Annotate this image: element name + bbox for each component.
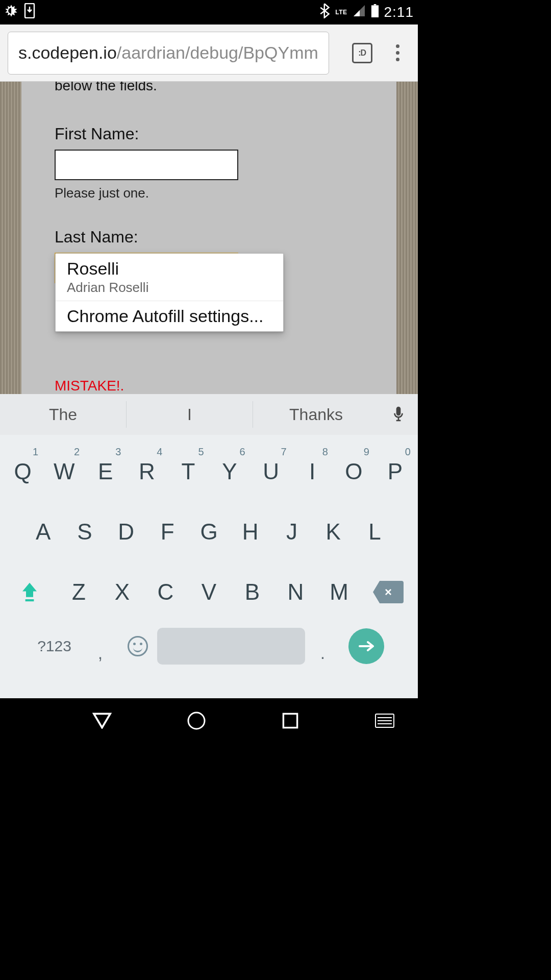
comma-key[interactable]: ,: [83, 630, 118, 663]
period-key[interactable]: .: [305, 630, 341, 663]
autofill-settings-link[interactable]: Chrome Autofill settings...: [56, 301, 283, 331]
space-key[interactable]: [157, 628, 305, 665]
svg-rect-1: [373, 4, 376, 5]
tab-switcher-button[interactable]: :D: [349, 39, 375, 67]
home-icon: [186, 710, 207, 731]
key-c[interactable]: C: [144, 567, 187, 618]
key-v[interactable]: V: [187, 567, 231, 618]
key-o[interactable]: O9: [333, 446, 374, 497]
key-d[interactable]: D: [105, 506, 146, 557]
decorative-right-strip: [396, 82, 418, 394]
key-r[interactable]: R4: [126, 446, 167, 497]
first-name-hint: Please just one.: [55, 185, 363, 201]
key-h[interactable]: H: [230, 506, 271, 557]
keyboard-icon: [375, 714, 394, 728]
first-name-label: First Name:: [55, 125, 363, 143]
backspace-key[interactable]: ×: [361, 567, 416, 618]
suggestion-2[interactable]: I: [127, 401, 253, 428]
enter-key[interactable]: [341, 628, 392, 664]
first-name-input[interactable]: [55, 150, 238, 180]
svg-rect-3: [396, 407, 401, 415]
last-name-label: Last Name:: [55, 228, 363, 247]
key-j[interactable]: J: [271, 506, 312, 557]
key-y[interactable]: Y6: [209, 446, 251, 497]
signal-icon: [353, 4, 366, 20]
svg-rect-2: [371, 5, 378, 17]
key-g[interactable]: G: [188, 506, 230, 557]
first-name-field-block: First Name: Please just one.: [55, 125, 363, 201]
suggestion-bar: The I Thanks: [0, 394, 418, 435]
backspace-icon: ×: [373, 581, 404, 603]
key-a[interactable]: A: [22, 506, 64, 557]
svg-rect-4: [26, 599, 34, 601]
key-w[interactable]: W2: [43, 446, 85, 497]
brightness-icon: [4, 4, 18, 21]
browser-toolbar: s.codepen.io/aardrian/debug/BpQYmm :D: [0, 24, 418, 82]
autofill-secondary-text: Adrian Roselli: [67, 280, 272, 296]
key-e[interactable]: E3: [85, 446, 126, 497]
recents-icon: [282, 712, 299, 729]
autofill-dropdown: Roselli Adrian Roselli Chrome Autofill s…: [55, 253, 284, 332]
emoji-icon: [128, 636, 148, 656]
key-q[interactable]: Q1: [2, 446, 43, 497]
key-t[interactable]: T5: [167, 446, 209, 497]
enter-icon: [348, 628, 384, 664]
partial-paragraph: below the fields.: [55, 82, 363, 94]
shift-key[interactable]: [2, 567, 57, 618]
network-type-label: LTE: [335, 9, 347, 16]
voice-input-button[interactable]: [379, 405, 418, 424]
shift-icon: [20, 581, 39, 603]
key-z[interactable]: Z: [57, 567, 101, 618]
ime-switcher-button[interactable]: [372, 708, 397, 733]
key-k[interactable]: K: [313, 506, 354, 557]
key-i[interactable]: I8: [292, 446, 333, 497]
suggestion-3[interactable]: Thanks: [253, 401, 379, 428]
key-f[interactable]: F: [147, 506, 188, 557]
svg-point-5: [188, 713, 205, 729]
android-status-bar: LTE 2:11: [0, 0, 418, 24]
bluetooth-icon: [320, 3, 330, 22]
page-body: below the fields. First Name: Please jus…: [21, 82, 396, 394]
web-content: below the fields. First Name: Please jus…: [0, 82, 418, 394]
key-p[interactable]: P0: [374, 446, 416, 497]
svg-rect-6: [284, 714, 297, 727]
url-bar[interactable]: s.codepen.io/aardrian/debug/BpQYmm: [8, 32, 329, 75]
tab-count-badge: :D: [352, 43, 372, 63]
key-n[interactable]: N: [274, 567, 317, 618]
clock: 2:11: [384, 4, 414, 20]
url-path: /aardrian/debug/BpQYmm: [117, 43, 318, 63]
overflow-menu-button[interactable]: [385, 39, 410, 67]
soft-keyboard: The I Thanks Q1W2E3R4T5Y6U7I8O9P0 ASDFGH…: [0, 394, 418, 698]
download-icon: [23, 3, 36, 22]
key-u[interactable]: U7: [251, 446, 292, 497]
back-icon: [92, 713, 112, 729]
more-vert-icon: [396, 44, 399, 61]
autofill-suggestion[interactable]: Roselli Adrian Roselli: [56, 254, 283, 301]
error-message: MISTAKE!.: [55, 378, 363, 394]
key-b[interactable]: B: [231, 567, 274, 618]
home-button[interactable]: [184, 708, 209, 733]
key-x[interactable]: X: [101, 567, 144, 618]
microphone-icon: [392, 405, 405, 424]
battery-icon: [371, 4, 379, 21]
android-nav-bar: [0, 698, 418, 743]
key-l[interactable]: L: [354, 506, 395, 557]
decorative-left-strip: [0, 82, 21, 394]
autofill-primary-text: Roselli: [67, 259, 272, 279]
symbols-key[interactable]: ?123: [27, 638, 83, 655]
back-button[interactable]: [89, 708, 115, 733]
url-host: s.codepen.io: [18, 43, 117, 63]
recents-button[interactable]: [278, 708, 303, 733]
key-m[interactable]: M: [317, 567, 361, 618]
key-s[interactable]: S: [64, 506, 105, 557]
emoji-key[interactable]: [118, 636, 157, 656]
suggestion-1[interactable]: The: [0, 401, 127, 428]
